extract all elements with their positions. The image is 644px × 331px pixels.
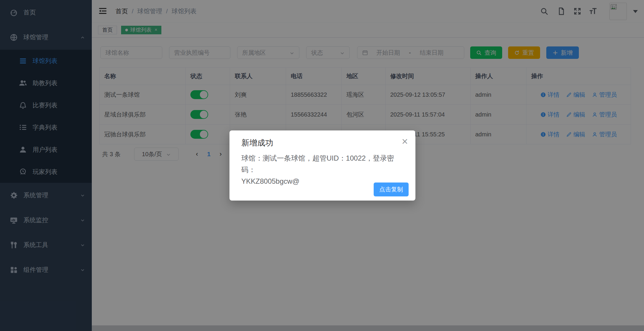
dialog-title: 新增成功 [241, 138, 273, 148]
copy-button[interactable]: 点击复制 [374, 183, 409, 196]
app-window: 首页 球馆管理 球馆列表 助教列表 [0, 0, 644, 331]
close-icon[interactable]: × [402, 136, 408, 146]
dialog-message-line1: 球馆：测试一条球馆，超管UID：10022，登录密码： [241, 152, 404, 175]
dialog-message: 球馆：测试一条球馆，超管UID：10022，登录密码： YKKZ8005bgcw… [241, 152, 404, 187]
success-dialog: 新增成功 × 球馆：测试一条球馆，超管UID：10022，登录密码： YKKZ8… [229, 130, 415, 201]
